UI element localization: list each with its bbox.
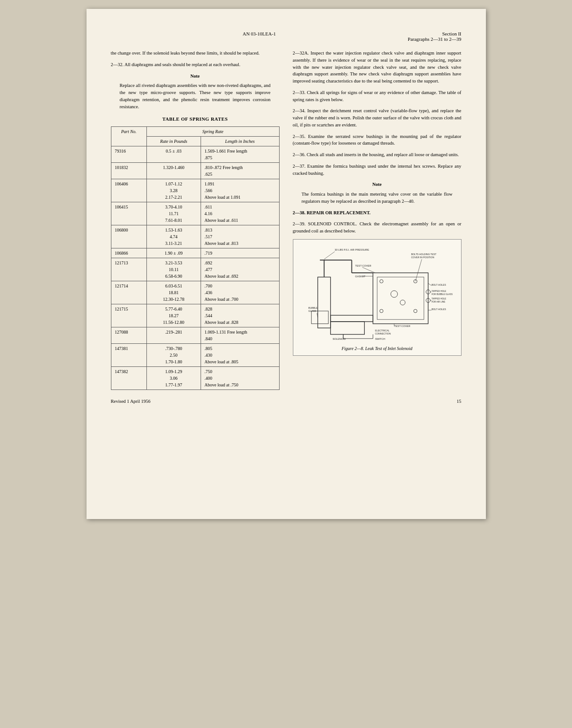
rate-cell: .219-.281 (146, 327, 201, 343)
header-right: Section II Paragraphs 2—31 to 2—39 (408, 31, 462, 42)
table-row: 793160.5 ± .031.569-1.661 Free length.87… (111, 146, 279, 162)
part-number-cell: 121713 (111, 258, 146, 281)
note-text: Replace all riveted diaphragm assemblies… (120, 82, 271, 110)
col-header-rate: Rate in Pounds (146, 136, 201, 146)
para-2-32a: 2—32A. Inspect the water injection regul… (293, 50, 462, 85)
page: AN 03-10LEA-1 Section II Paragraphs 2—31… (87, 9, 486, 519)
para-2-35: 2—35. Examine the serrated screw bushing… (293, 133, 462, 147)
svg-point-9 (400, 300, 405, 305)
svg-text:BUBBLE: BUBBLE (308, 307, 318, 309)
doc-number: AN 03-10LEA-1 (243, 31, 276, 36)
footer-page-number: 15 (457, 399, 462, 404)
length-cell: .750.400Above load at .750 (201, 366, 279, 390)
svg-rect-15 (330, 322, 364, 334)
table-row: 1064153.70-4.1011.717.61-8.01.6114.16Abo… (111, 202, 279, 225)
note-box-2: Note The formica bushings in the main me… (302, 181, 453, 205)
svg-text:SWITCH: SWITCH (375, 338, 385, 340)
svg-text:SOLENOID: SOLENOID (332, 338, 346, 340)
part-number-cell: 79316 (111, 146, 146, 162)
figure-caption: Figure 2—8. Leak Test of Inlet Solenoid (297, 345, 458, 352)
two-column-layout: the change over. If the solenoid leaks b… (111, 50, 462, 390)
part-number-cell: 147382 (111, 366, 146, 390)
rate-cell: 1.07-1.123.282.17-2.21 (146, 179, 201, 202)
spring-rates-table: Part No. Spring Rate Rate in Pounds Leng… (111, 126, 280, 390)
length-cell: .810-.872 Free length.625 (201, 162, 279, 179)
svg-rect-1 (330, 315, 373, 321)
part-number-cell: 147381 (111, 343, 146, 366)
left-column: the change over. If the solenoid leaks b… (111, 50, 280, 390)
length-cell: 1.091.566Above load at 1.091 (201, 179, 279, 202)
svg-text:FOR AIR LINE: FOR AIR LINE (431, 301, 445, 303)
length-cell: .719 (201, 248, 279, 258)
table-row: 1217155.77-6.4018.2711.56-12.80.828.544A… (111, 304, 279, 327)
svg-point-4 (379, 279, 383, 283)
part-number-cell: 127088 (111, 327, 146, 343)
part-number-cell: 101832 (111, 162, 146, 179)
page-footer: Revised 1 April 1956 15 (111, 399, 462, 404)
part-number-cell: 106415 (111, 202, 146, 225)
figure-container: 30 LBS P.S.I. AIR PRESSURE TEST COVER GA… (293, 239, 462, 356)
rate-cell: 1.09-1.293.061.77-1.97 (146, 366, 201, 390)
svg-rect-3 (377, 277, 424, 319)
length-cell: .813.517Above load at .813 (201, 225, 279, 248)
table-row: 1068001.53-1.634.743.11-3.21.813.517Abov… (111, 225, 279, 248)
svg-rect-14 (311, 311, 328, 324)
table-row: 1018321.320-1.460.810-.872 Free length.6… (111, 162, 279, 179)
rate-cell: 6.03-6.5118.8112.30-12.78 (146, 281, 201, 304)
col-header-length: Length in Inches (201, 136, 279, 146)
para-2-33: 2—33. Check all springs for signs of wea… (293, 89, 462, 103)
note-box: Note Replace all riveted diaphragm assem… (120, 73, 271, 110)
table-row: 147381.730-.7802.501.70-1.80.805.430Abov… (111, 343, 279, 366)
svg-text:FOR BUBBLE GLASS: FOR BUBBLE GLASS (431, 293, 452, 295)
svg-text:ELECTRICAL: ELECTRICAL (375, 329, 389, 332)
table-row: 1473821.09-1.293.061.77-1.97.750.400Abov… (111, 366, 279, 390)
para-2-39: 2—39. SOLENOID CONTROL. Check the electr… (293, 220, 462, 235)
svg-text:BOLT HOLES: BOLT HOLES (431, 283, 446, 286)
page-header: AN 03-10LEA-1 Section II Paragraphs 2—31… (111, 31, 462, 42)
length-cell: .828.544Above load at .828 (201, 304, 279, 327)
rate-cell: 5.77-6.4018.2711.56-12.80 (146, 304, 201, 327)
rate-cell: 0.5 ± .03 (146, 146, 201, 162)
paragraphs-label: Paragraphs 2—31 to 2—39 (408, 36, 462, 42)
right-column: 2—32A. Inspect the water injection regul… (293, 50, 462, 390)
rate-cell: .730-.7802.501.70-1.80 (146, 343, 201, 366)
table-row: 127088.219-.2811.069-1.131 Free length.8… (111, 327, 279, 343)
diagram-svg: 30 LBS P.S.I. AIR PRESSURE TEST COVER GA… (297, 243, 458, 341)
svg-text:GLASS: GLASS (308, 310, 316, 312)
svg-line-22 (324, 252, 335, 259)
svg-text:TAPPED HOLE: TAPPED HOLE (431, 290, 446, 292)
col-header-spring-rate: Spring Rate (146, 126, 279, 136)
svg-text:CONNECTION: CONNECTION (375, 332, 391, 334)
para-2-36: 2—36. Check all studs and inserts in the… (293, 151, 462, 158)
note-title: Note (120, 73, 271, 80)
length-cell: .6114.16Above load at .611 (201, 202, 279, 225)
part-number-cell: 106800 (111, 225, 146, 248)
rate-cell: 1.90 ± .09 (146, 248, 201, 258)
table-row: 1068661.90 ± .09.719 (111, 248, 279, 258)
svg-point-6 (379, 309, 383, 313)
footer-revised: Revised 1 April 1956 (111, 399, 151, 404)
part-number-cell: 106866 (111, 248, 146, 258)
table-row: 1217146.03-6.5118.8112.30-12.78.700.436A… (111, 281, 279, 304)
length-cell: 1.069-1.131 Free length.840 (201, 327, 279, 343)
svg-text:TEST COVER: TEST COVER (394, 325, 410, 327)
para-2-37: 2—37. Examine the formica bushings used … (293, 163, 462, 177)
para-2-34: 2—34. Inspect the derichment reset contr… (293, 107, 462, 128)
table-section: TABLE OF SPRING RATES Part No. Spring Ra… (111, 115, 280, 390)
rate-cell: 1.320-1.460 (146, 162, 201, 179)
table-title: TABLE OF SPRING RATES (111, 115, 280, 123)
length-cell: .805.430Above load at .805 (201, 343, 279, 366)
part-number-cell: 106406 (111, 179, 146, 202)
length-cell: .700.436Above load at .700 (201, 281, 279, 304)
svg-text:TEST COVER: TEST COVER (355, 264, 371, 267)
section-label: Section II (408, 31, 462, 36)
svg-line-29 (415, 259, 422, 281)
note2-text: The formica bushings in the main meterin… (302, 191, 453, 205)
col-header-partno: Part No. (111, 126, 146, 146)
length-cell: .692.477Above load at .692 (201, 258, 279, 281)
table-row: 1064061.07-1.123.282.17-2.211.091.566Abo… (111, 179, 279, 202)
note2-title: Note (302, 181, 453, 188)
header-center: AN 03-10LEA-1 (243, 31, 276, 36)
para-2-38: 2—38. REPAIR OR REPLACEMENT. (293, 209, 462, 216)
svg-text:TAPPED HOLE: TAPPED HOLE (431, 298, 446, 300)
